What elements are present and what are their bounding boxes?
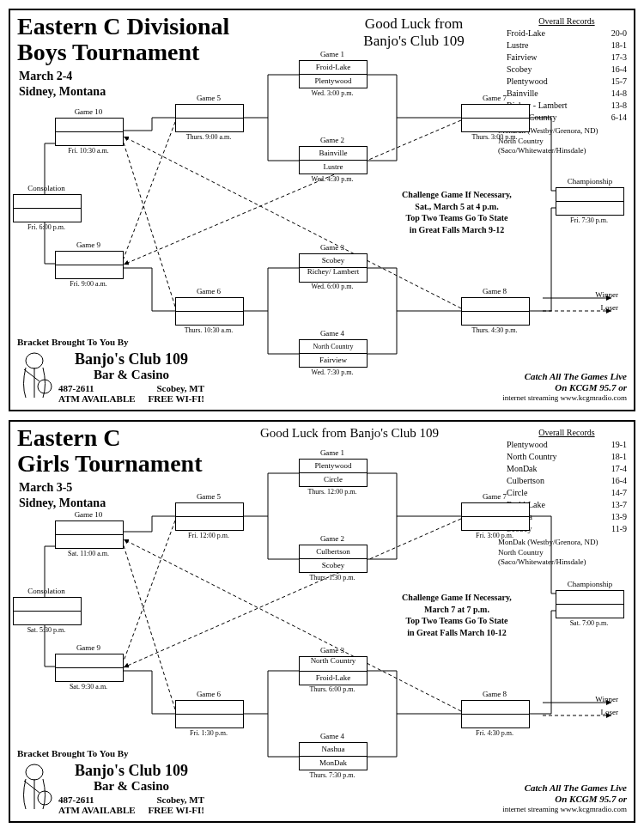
- svg-line-2: [24, 369, 39, 381]
- game-3: North Country Froid-Lake: [299, 656, 368, 685]
- game-10: [55, 118, 124, 146]
- game-3: Scobey Richey/ Lambert: [299, 253, 368, 283]
- consolation: [13, 597, 82, 625]
- game-7: [461, 502, 530, 531]
- loser-legend: Loser: [601, 708, 619, 716]
- game-7: [461, 104, 530, 132]
- game-2: Bainville Lustre: [299, 146, 368, 174]
- game-8: [461, 700, 530, 728]
- game-8: [461, 297, 530, 326]
- game-6: [175, 297, 244, 326]
- svg-point-3: [26, 764, 43, 780]
- game-4: North Country Fairview: [299, 339, 368, 368]
- svg-line-5: [24, 781, 39, 793]
- game-2: Culbertson Scobey: [299, 545, 368, 573]
- banjo-player-icon: [17, 350, 53, 400]
- championship: [556, 187, 624, 216]
- radio-promo: Catch All The Games Live On KCGM 95.7 or…: [502, 782, 627, 814]
- consolation: [13, 194, 82, 222]
- winner-legend: Winner: [595, 290, 618, 299]
- radio-promo: Catch All The Games Live On KCGM 95.7 or…: [502, 371, 627, 403]
- game-6: [175, 700, 244, 728]
- game-4: Nashua MonDak: [299, 742, 368, 770]
- loser-legend: Loser: [601, 303, 619, 312]
- game-1: Plentywood Circle: [299, 459, 368, 487]
- girls-bracket: Eastern C Girls Tournament March 3-5 Sid…: [9, 420, 635, 823]
- banjo-player-icon: [17, 762, 53, 812]
- championship: [556, 590, 624, 618]
- challenge-note: Challenge Game If Necessary,Sat., March …: [380, 189, 534, 235]
- challenge-note: Challenge Game If Necessary,March 7 at 7…: [380, 592, 534, 638]
- game-5: [175, 502, 244, 531]
- svg-point-0: [26, 353, 43, 368]
- boys-bracket: Eastern C Divisional Boys Tournament Mar…: [9, 9, 635, 411]
- sponsor-block: Bracket Brought To You By Banjo's Club 1…: [17, 748, 232, 816]
- game-5: [175, 104, 244, 132]
- game-1: Froid-Lake Plentywood: [299, 60, 368, 88]
- winner-legend: Winner: [595, 695, 618, 703]
- game-9: [55, 251, 124, 279]
- game-9: [55, 654, 124, 682]
- game-10: [55, 520, 124, 549]
- sponsor-block: Bracket Brought To You By Banjo's Club 1…: [17, 337, 232, 405]
